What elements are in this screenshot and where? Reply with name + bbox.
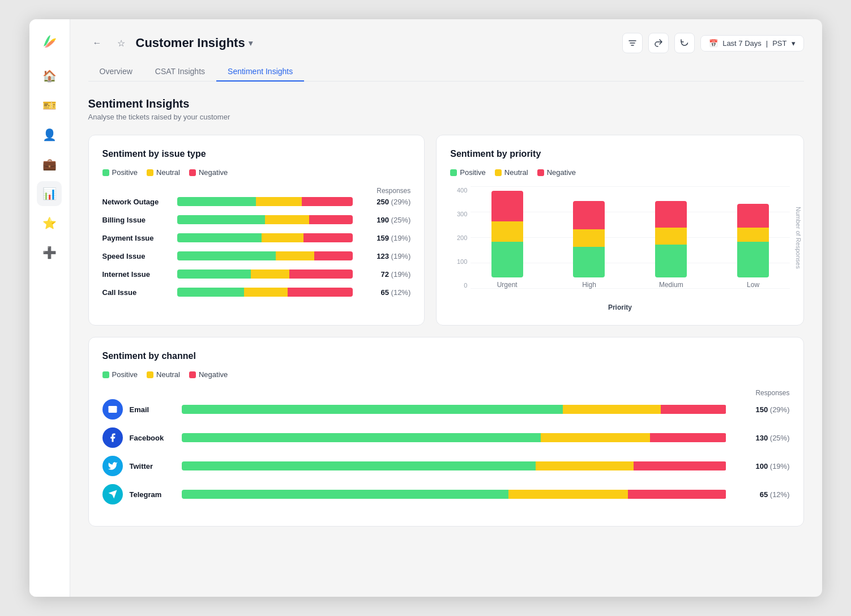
neutral-segment [244,288,288,297]
sidebar-item-starred[interactable]: ⭐ [37,211,62,236]
response-count: 72 (19%) [360,270,410,279]
title-chevron[interactable]: ▾ [249,38,253,48]
negative-label: Negative [199,168,228,177]
y-tick: 300 [450,211,467,217]
bar-group: Medium [635,201,708,289]
neutral-segment [262,233,304,242]
sidebar-item-contacts[interactable]: 👤 [37,122,62,147]
response-count: 250 (29%) [360,198,410,206]
channel-response-count: 65 (12%) [733,490,790,499]
channel-title: Sentiment by channel [102,351,790,361]
negative-segment [288,288,353,297]
channel-neutral-segment [508,490,628,499]
negative-bar [737,204,769,228]
channel-negative-segment [634,461,726,470]
sidebar-item-home[interactable]: 🏠 [37,63,62,88]
star-button[interactable]: ☆ [112,34,130,52]
channel-response-count: 100 (19%) [733,462,790,470]
neutral-segment [251,270,289,279]
y-tick: 0 [450,282,467,289]
refresh-button[interactable] [674,33,695,53]
bar-area [177,197,353,206]
issue-row: Internet Issue72 (19%) [102,270,411,279]
channel-row: Telegram65 (12%) [102,484,790,504]
channel-bar-area [182,461,726,470]
priority-title: Sentiment by priority [450,149,789,159]
positive-segment [177,288,244,297]
timezone-text: PST [772,39,786,48]
sidebar-item-add[interactable]: ➕ [37,240,62,265]
y-tick: 100 [450,258,467,265]
channel-neutral-segment [541,433,649,442]
back-button[interactable]: ← [88,34,106,52]
negative-segment [309,215,353,224]
legend-positive: Positive [102,168,138,177]
channel-positive-segment [182,461,536,470]
header: ← ☆ Customer Insights ▾ [88,33,804,53]
positive-segment [177,270,251,279]
tab-csat[interactable]: CSAT Insights [144,62,216,82]
positive-dot [102,169,109,176]
channel-negative-segment [628,490,726,499]
date-range-button[interactable]: 📅 Last 7 Days | PST ▾ [700,35,803,52]
positive-dot-p [450,169,457,176]
stacked-bar [177,215,353,224]
filter-button[interactable] [622,33,643,53]
channel-positive-segment [182,490,508,499]
channel-row: Email150 (29%) [102,399,790,420]
bar-area [177,270,353,279]
negative-label-p: Negative [547,168,576,177]
legend-neutral-c: Neutral [147,370,180,379]
legend-negative: Negative [189,168,228,177]
sidebar-item-tickets[interactable]: 🎫 [37,93,62,118]
legend-negative-p: Negative [537,168,576,177]
response-count: 65 (12%) [360,288,410,297]
neutral-segment [256,197,302,206]
share-button[interactable] [648,33,669,53]
x-axis-title: Priority [450,303,789,311]
positive-bar [737,242,769,277]
top-cards-row: Sentiment by issue type Positive Neutral… [88,135,804,326]
bar-area [177,215,353,224]
y-axis-label: Number of Responses [795,207,802,268]
bar-group-label: Low [747,281,759,289]
negative-bar [655,201,687,228]
neutral-bar [491,221,523,242]
facebook-icon [102,427,123,448]
section-subtitle: Analyse the tickets raised by your custo… [88,113,804,121]
tabs: Overview CSAT Insights Sentiment Insight… [88,62,804,82]
channel-stacked-bar [182,490,726,499]
negative-segment [289,270,353,279]
channel-negative-segment [650,433,726,442]
tab-sentiment[interactable]: Sentiment Insights [216,62,304,82]
negative-dot-p [537,169,544,176]
issue-row: Billing Issue190 (25%) [102,215,411,224]
channel-row: Facebook130 (25%) [102,427,790,448]
channel-stacked-bar [182,405,726,414]
channel-response-count: 130 (25%) [733,434,790,442]
stacked-bar [177,233,353,242]
bar-area [177,251,353,260]
legend-positive-p: Positive [450,168,486,177]
positive-segment [177,215,265,224]
response-count: 159 (19%) [360,234,410,242]
sidebar-item-reports[interactable]: 📊 [37,181,62,206]
channel-row: Twitter100 (19%) [102,456,790,476]
stacked-bar [177,288,353,297]
issue-row: Call Issue65 (12%) [102,288,411,297]
bar-group: Urgent [471,191,544,289]
sidebar-item-work[interactable]: 💼 [37,152,62,177]
negative-dot [189,169,196,176]
legend-positive-c: Positive [102,370,138,379]
telegram-icon [102,484,123,504]
header-left: ← ☆ Customer Insights ▾ [88,34,253,52]
tab-overview[interactable]: Overview [88,62,144,82]
channel-stacked-bar [182,433,726,442]
neutral-label-p: Neutral [504,168,528,177]
y-tick: 400 [450,187,467,194]
page-title-text: Customer Insights [136,36,245,50]
channel-response-count: 150 (29%) [733,405,790,414]
positive-segment [177,251,276,260]
neutral-dot [147,169,153,176]
calendar-icon: 📅 [709,39,718,48]
